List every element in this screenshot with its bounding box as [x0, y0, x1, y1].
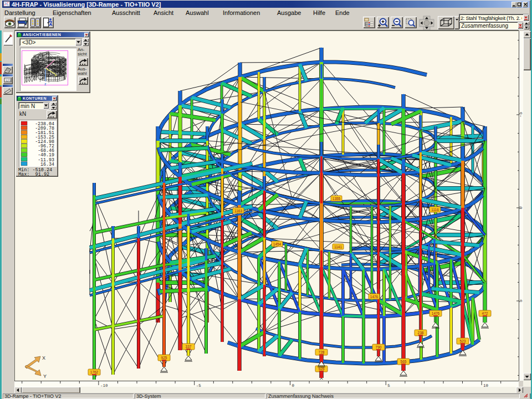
svg-text:X: X [42, 355, 45, 361]
svg-text:1454: 1454 [273, 242, 282, 246]
svg-text:Y: Y [43, 374, 47, 379]
svg-text:925: 925 [319, 367, 325, 371]
svg-text:337: 337 [186, 345, 192, 349]
svg-text:16.34: 16.34 [40, 162, 54, 167]
svg-text:1163: 1163 [234, 209, 242, 213]
svg-text:1476: 1476 [432, 311, 440, 315]
svg-text:1476: 1476 [370, 295, 378, 299]
svg-text:1355: 1355 [332, 197, 341, 201]
svg-text:1762: 1762 [90, 370, 99, 374]
svg-text:925: 925 [161, 356, 167, 360]
svg-text:238: 238 [418, 331, 424, 335]
svg-text:523: 523 [460, 339, 466, 343]
svg-text:728: 728 [319, 350, 325, 354]
svg-text:1116: 1116 [431, 208, 439, 212]
svg-text:565: 565 [401, 360, 407, 364]
svg-text:123: 123 [6, 79, 12, 82]
svg-text:z: z [44, 82, 47, 86]
svg-text:1141: 1141 [334, 245, 342, 249]
svg-text:472: 472 [482, 311, 488, 315]
svg-text:790: 790 [376, 345, 382, 349]
